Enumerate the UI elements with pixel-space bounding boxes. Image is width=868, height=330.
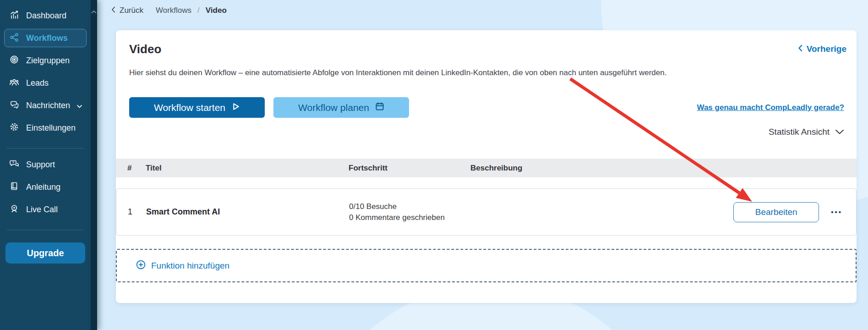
- plan-workflow-label: Workflow planen: [298, 102, 369, 113]
- page-title: Video: [129, 42, 161, 56]
- chevron-left-icon: [798, 44, 802, 54]
- book-icon: [9, 181, 19, 193]
- target-icon: [9, 55, 19, 67]
- chevron-down-icon: [77, 101, 82, 110]
- sidebar-item-dashboard[interactable]: Dashboard: [4, 6, 87, 25]
- workflow-description: Hier siehst du deinen Workflow – eine au…: [116, 56, 857, 77]
- column-header-fortschritt: Fortschritt: [349, 164, 470, 173]
- plan-workflow-button[interactable]: Workflow planen: [273, 97, 409, 118]
- back-link[interactable]: Zurück: [111, 6, 143, 15]
- chevron-up-icon[interactable]: [91, 7, 97, 330]
- table-header: # Titel Fortschritt Beschreibung: [116, 159, 857, 177]
- row-progress: 0/10 Besuche 0 Kommentare geschrieben: [349, 201, 471, 223]
- sidebar-item-live-call[interactable]: Live Call: [4, 200, 87, 219]
- breadcrumb-current: Video: [206, 6, 227, 15]
- more-menu-icon[interactable]: •••: [831, 208, 842, 216]
- sidebar-item-label: Leads: [26, 78, 49, 88]
- sidebar-item-label: Support: [26, 160, 55, 170]
- previous-link-label: Vorherige: [807, 44, 846, 54]
- sidebar-item-support[interactable]: ? Support: [4, 155, 87, 174]
- row-title: Smart Comment AI: [146, 207, 349, 217]
- stats-view-label: Statistik Ansicht: [769, 127, 830, 137]
- breadcrumb-separator: /: [197, 6, 200, 15]
- column-header-index: #: [127, 164, 146, 173]
- sidebar-item-label: Live Call: [26, 205, 58, 214]
- sidebar-divider: [7, 148, 84, 148]
- sidebar-item-zielgruppen[interactable]: Zielgruppen: [4, 51, 87, 70]
- sidebar-item-leads[interactable]: Leads: [4, 74, 87, 92]
- previous-link[interactable]: Vorherige: [798, 44, 846, 54]
- sidebar-item-einstellungen[interactable]: Einstellungen: [4, 119, 87, 137]
- sidebar-item-label: Einstellungen: [26, 123, 76, 133]
- sidebar-item-label: Zielgruppen: [26, 56, 70, 66]
- calendar-icon: [375, 102, 384, 113]
- start-workflow-label: Workflow starten: [154, 102, 225, 113]
- sidebar-scroll-strip[interactable]: [91, 0, 97, 330]
- workflow-card: Video Vorherige Hier siehst du deinen Wo…: [116, 30, 857, 303]
- upgrade-button[interactable]: Upgrade: [5, 242, 85, 264]
- svg-text:?: ?: [12, 160, 15, 165]
- edit-button[interactable]: Bearbeiten: [733, 202, 819, 222]
- row-index: 1: [128, 207, 146, 217]
- sidebar: Dashboard Workflows Zielgruppen Leads: [0, 0, 91, 330]
- chevron-left-icon: [111, 6, 115, 15]
- stats-view-dropdown[interactable]: Statistik Ansicht: [116, 126, 857, 138]
- gear-icon: [9, 122, 19, 134]
- leads-icon: [9, 77, 19, 89]
- workflows-icon: [9, 32, 19, 44]
- sidebar-item-label: Workflows: [26, 33, 68, 43]
- back-label: Zurück: [120, 6, 143, 15]
- dashboard-icon: [9, 10, 19, 22]
- progress-line-1: 0/10 Besuche: [349, 201, 471, 212]
- sidebar-item-anleitung[interactable]: Anleitung: [4, 178, 87, 196]
- sidebar-item-label: Nachrichten: [26, 101, 70, 110]
- sidebar-divider: [7, 230, 84, 230]
- sidebar-item-label: Dashboard: [26, 11, 66, 21]
- plus-circle-icon: [136, 259, 146, 272]
- status-question-link[interactable]: Was genau macht CompLeadly gerade?: [697, 103, 845, 112]
- chevron-down-icon: [835, 127, 844, 137]
- sidebar-item-nachrichten[interactable]: Nachrichten: [4, 96, 87, 115]
- start-workflow-button[interactable]: Workflow starten: [129, 97, 265, 118]
- main-content: Zurück Workflows / Video Video Vorherige…: [97, 0, 868, 330]
- play-icon: [231, 102, 240, 113]
- column-header-beschreibung: Beschreibung: [470, 164, 857, 173]
- messages-icon: [9, 99, 19, 112]
- breadcrumb-parent[interactable]: Workflows: [156, 6, 191, 15]
- progress-line-2: 0 Kommentare geschrieben: [349, 212, 471, 223]
- sidebar-item-workflows[interactable]: Workflows: [4, 29, 87, 47]
- column-header-titel: Titel: [146, 164, 349, 173]
- add-function-label: Funktion hinzufügen: [151, 261, 229, 271]
- table-row: 1 Smart Comment AI 0/10 Besuche 0 Kommen…: [116, 188, 857, 236]
- support-icon: ?: [9, 159, 19, 171]
- webcam-icon: [9, 204, 19, 216]
- add-function-button[interactable]: Funktion hinzufügen: [116, 249, 857, 282]
- sidebar-item-label: Anleitung: [26, 182, 60, 192]
- breadcrumb: Zurück Workflows / Video: [111, 6, 227, 15]
